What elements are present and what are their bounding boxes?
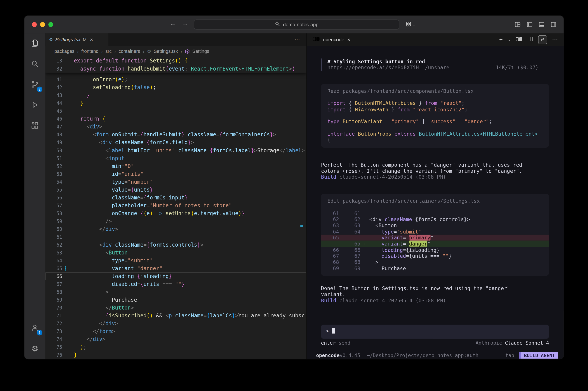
close-window-button[interactable] — [32, 22, 37, 27]
code-line[interactable]: 64 type="submit" — [45, 257, 306, 265]
code-line[interactable]: 50 <label htmlFor="units" className={for… — [45, 147, 306, 154]
opencode-logo-icon — [312, 36, 320, 43]
code-line[interactable]: 72 </div> — [45, 320, 306, 327]
code-line[interactable]: 13export default function Settings() { — [45, 57, 306, 65]
toggle-right-sidebar-icon[interactable] — [550, 21, 557, 29]
code-line[interactable]: 55 value={units} — [45, 186, 306, 194]
opencode-tui[interactable]: # Styling Settings button in red https:/… — [307, 46, 564, 359]
diff-view: 61616262<div className={formCs.controls}… — [321, 210, 549, 271]
breadcrumb-item[interactable]: src — [105, 49, 112, 54]
terminal-more-actions-icon[interactable]: ⋯ — [552, 36, 558, 43]
toggle-bottom-panel-icon[interactable] — [539, 21, 545, 29]
sidebar-item-accounts[interactable]: 1 — [24, 318, 45, 338]
tab-close-icon[interactable]: × — [90, 36, 93, 42]
code-line[interactable]: 42 setIsLoading(false); — [45, 84, 306, 92]
chevron-down-icon[interactable]: ⌄ — [508, 38, 511, 42]
tab-settings-tsx[interactable]: ⚙ Settings.tsx M × — [45, 33, 109, 46]
code-line[interactable]: 70 </Button> — [45, 304, 306, 312]
code-line[interactable]: 69 Purchase — [45, 296, 306, 304]
sidebar-item-extensions[interactable] — [24, 116, 45, 136]
toggle-left-sidebar-icon[interactable] — [527, 21, 533, 29]
new-terminal-icon[interactable]: + — [499, 36, 503, 42]
code-line[interactable]: 56 className={formCs.input} — [45, 194, 306, 202]
code-line[interactable]: 41 onError(e); — [45, 76, 306, 84]
terminal-close-icon[interactable]: × — [347, 36, 351, 42]
assistant-message-line: Perfect! The Button component has a "dan… — [321, 162, 549, 168]
minimize-window-button[interactable] — [40, 22, 45, 27]
sidebar-item-explorer[interactable] — [24, 33, 45, 54]
code-line[interactable]: 49 <div className={formCs.field}> — [45, 139, 306, 147]
breadcrumb-separator: › — [114, 48, 116, 54]
code-line[interactable]: 61 — [45, 233, 306, 241]
sidebar-item-settings[interactable]: ⚙ — [24, 338, 45, 359]
breadcrumb-separator: › — [77, 48, 79, 54]
code-line[interactable]: 46 return ( — [45, 115, 306, 123]
zoom-window-button[interactable] — [48, 22, 53, 27]
chat-input[interactable]: > — [321, 325, 549, 339]
breadcrumb-item[interactable]: containers — [118, 49, 140, 54]
sidebar-item-run-debug[interactable] — [24, 95, 45, 116]
sidebar-item-search[interactable] — [24, 54, 45, 75]
tool-read-title: Read packages/frontend/src/components/Bu… — [321, 88, 549, 94]
code-line[interactable]: 71 {isSubscribed() && <p className={labe… — [45, 312, 306, 320]
code-lines: 41 onError(e);42 setIsLoading(false);43 … — [45, 76, 306, 359]
code-line[interactable]: 52 min="0" — [45, 162, 306, 170]
terminal-code-line — [321, 112, 549, 119]
code-line[interactable]: 51 <input — [45, 154, 306, 162]
code-line[interactable]: 74 </div> — [45, 335, 306, 343]
code-editor[interactable]: 41 onError(e);42 setIsLoading(false);43 … — [45, 57, 306, 359]
customize-layout-icon[interactable] — [515, 21, 521, 29]
sticky-scroll: 13export default function Settings() {32… — [45, 57, 306, 73]
agent-badge[interactable]: BUILD AGENT — [521, 352, 558, 359]
editor-group: ⚙ Settings.tsx M × ⋯ packages › frontend… — [45, 33, 306, 359]
unshare-link[interactable]: /unshare — [425, 65, 449, 71]
code-line[interactable]: 59 /> — [45, 217, 306, 225]
profile-control[interactable]: ⌄ — [405, 21, 416, 28]
diff-line: 65+ variant="danger" — [321, 241, 549, 247]
code-line[interactable]: 47 <div> — [45, 123, 306, 131]
extensions-icon — [30, 121, 39, 131]
lock-toggle[interactable] — [538, 35, 547, 44]
message-meta: Build claude-sonnet-4-20250514 (03:08 PM… — [321, 174, 549, 180]
tool-read-card: Read packages/frontend/src/components/Bu… — [321, 84, 549, 148]
editor-more-actions-icon[interactable]: ⋯ — [294, 36, 300, 43]
code-line[interactable]: 43 } — [45, 92, 306, 99]
code-line[interactable]: 53 id="units" — [45, 170, 306, 178]
code-line[interactable]: 54 type="number" — [45, 178, 306, 186]
breadcrumb-item[interactable]: packages — [54, 49, 75, 54]
share-url[interactable]: https://opencode.ai/s/eBdFXTiH — [328, 65, 419, 71]
token-usage: 14K/7% ($0.07) — [496, 65, 538, 71]
sidebar-item-source-control[interactable]: 2 — [24, 75, 45, 95]
gear-file-icon: ⚙ — [49, 37, 53, 42]
breadcrumb-item[interactable]: frontend — [81, 49, 99, 54]
breadcrumb-item[interactable]: Settings — [192, 49, 209, 54]
code-line[interactable]: 68 > — [45, 288, 306, 296]
agent-badge-strip — [519, 352, 521, 359]
code-line[interactable]: 44 } — [45, 99, 306, 107]
terminal-tab-label[interactable]: opencode — [323, 37, 344, 42]
code-line[interactable]: 32 async function handleSubmit(event: Re… — [45, 65, 306, 73]
code-line[interactable]: 75 ); — [45, 343, 306, 351]
forward-button[interactable]: → — [182, 20, 188, 28]
code-line[interactable]: 62 <div className={formCs.controls}> — [45, 241, 306, 249]
code-line[interactable]: 66 loading={isLoading} — [45, 272, 306, 280]
code-line[interactable]: 76} — [45, 351, 306, 359]
code-line[interactable]: 67 disabled={units === ""} — [45, 280, 306, 288]
code-line[interactable]: 60 </div> — [45, 225, 306, 233]
layout-controls — [515, 21, 557, 29]
symbol-method-icon — [185, 49, 190, 54]
code-line[interactable]: 63 <Button — [45, 249, 306, 257]
back-button[interactable]: ← — [170, 20, 176, 28]
play-debug-icon — [30, 100, 39, 111]
code-line[interactable]: 65 variant="danger" — [45, 265, 306, 272]
breadcrumb-item[interactable]: Settings.tsx — [154, 49, 178, 54]
code-line[interactable]: 45 — [45, 107, 306, 115]
split-terminal-icon[interactable] — [527, 36, 533, 43]
code-line[interactable]: 58 onChange={(e) => setUnits(e.target.va… — [45, 209, 306, 217]
desktop: ← → demo-notes-app ⌄ — [0, 0, 588, 391]
opencode-mini-logo-icon[interactable] — [516, 36, 522, 43]
code-line[interactable]: 57 placeholder="Number of notes to store… — [45, 202, 306, 209]
code-line[interactable]: 73 </form> — [45, 327, 306, 335]
command-center[interactable]: demo-notes-app — [194, 19, 399, 29]
code-line[interactable]: 48 <form onSubmit={handleSubmit} classNa… — [45, 131, 306, 139]
